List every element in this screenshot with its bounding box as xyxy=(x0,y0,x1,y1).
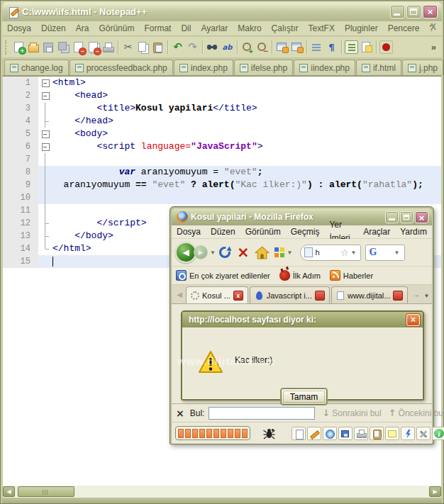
replace-icon[interactable]: ab xyxy=(221,40,234,54)
bookmark-item[interactable]: İlk Adım xyxy=(279,270,321,281)
tab-scroll-left-icon[interactable]: ◀ xyxy=(173,287,186,303)
tools-icon[interactable] xyxy=(416,427,431,440)
menu-item[interactable]: Pencere xyxy=(383,21,425,36)
copy-icon[interactable] xyxy=(136,40,150,54)
tab-list-dropdown-icon[interactable]: ▼ xyxy=(423,293,429,299)
open-file-icon[interactable] xyxy=(27,40,40,54)
alert-dialog-titlebar[interactable]: http://localhost sayfası diyor ki: × xyxy=(182,312,423,327)
note-icon[interactable] xyxy=(385,427,399,440)
reload-icon[interactable] xyxy=(218,245,232,259)
new-page-icon[interactable] xyxy=(292,427,306,440)
fold-marker[interactable] xyxy=(38,191,52,204)
scroll-right-button[interactable]: ▶ xyxy=(429,486,441,497)
scroll-left-button[interactable]: ◀ xyxy=(3,486,15,497)
bookmark-item[interactable]: Haberler xyxy=(330,270,373,281)
doc-map-icon[interactable] xyxy=(360,40,373,54)
grid-dropdown-icon[interactable]: ▼ xyxy=(287,250,293,256)
find-prev-arrow-icon[interactable]: ↑ xyxy=(389,408,396,418)
menu-item[interactable]: Ara xyxy=(71,21,94,36)
editor-tab[interactable]: iindex.php xyxy=(294,60,355,75)
find-input[interactable] xyxy=(209,407,315,420)
find-prev-button[interactable]: Öncekini bul xyxy=(399,408,444,418)
stop-icon[interactable]: × xyxy=(237,245,250,260)
fold-marker[interactable] xyxy=(38,166,52,179)
globe-icon[interactable] xyxy=(323,427,337,440)
notepadpp-titlebar[interactable]: C:\www\ifs.html - Notepad++ × xyxy=(2,2,442,21)
cut-icon[interactable]: ✂ xyxy=(121,40,135,54)
close-document-button[interactable]: X xyxy=(431,22,436,32)
tab-close-button[interactable]: x xyxy=(233,291,243,301)
save-all-icon[interactable] xyxy=(57,40,70,54)
lightning-icon[interactable] xyxy=(401,427,415,440)
tab-scroll-right-icon[interactable]: → xyxy=(409,287,422,303)
menu-item[interactable]: Makro xyxy=(233,21,266,36)
doc-switcher-icon[interactable] xyxy=(345,40,358,54)
fold-marker[interactable] xyxy=(38,77,52,89)
search-engine-dropdown-icon[interactable]: ▼ xyxy=(394,250,400,256)
close-all-icon[interactable] xyxy=(87,40,100,54)
find-icon[interactable] xyxy=(206,40,219,54)
find-next-button[interactable]: Sonrakini bul xyxy=(332,408,381,418)
minimize-button[interactable] xyxy=(390,5,405,18)
find-next-arrow-icon[interactable]: ↓ xyxy=(322,408,330,418)
alert-close-button[interactable]: × xyxy=(406,314,420,326)
scrollbar-thumb[interactable] xyxy=(18,486,74,497)
editor-tab[interactable]: j.php xyxy=(402,60,443,75)
menu-item[interactable]: Geçmiş xyxy=(286,225,325,239)
tab-close-button[interactable] xyxy=(393,291,403,301)
bookmark-item[interactable]: En çok ziyaret edilenler xyxy=(176,270,270,281)
close-button[interactable]: × xyxy=(423,5,438,18)
home-icon[interactable] xyxy=(255,246,270,259)
history-dropdown-icon[interactable]: ▼ xyxy=(210,250,216,256)
fold-marker[interactable] xyxy=(38,89,52,102)
tab-close-button[interactable] xyxy=(315,291,325,301)
search-box[interactable]: G ▼ xyxy=(365,245,405,261)
new-file-icon[interactable] xyxy=(12,40,26,54)
browser-tab[interactable]: www.dijital... xyxy=(331,286,409,303)
editor-tab[interactable]: processfeedback.php xyxy=(70,60,173,75)
save-icon[interactable] xyxy=(338,427,353,440)
menu-item[interactable]: Pluginler xyxy=(340,21,383,36)
minimize-button[interactable] xyxy=(385,211,399,223)
editor-tab[interactable]: change.log xyxy=(4,60,69,75)
editor-tab[interactable]: if.html xyxy=(356,60,401,75)
menu-item[interactable]: Dosya xyxy=(172,225,206,239)
print-icon[interactable] xyxy=(354,427,368,440)
location-bar[interactable]: h ☆ ▼ xyxy=(300,245,361,261)
firefox-titlebar[interactable]: Kosul yapilari - Mozilla Firefox × xyxy=(172,208,432,225)
fold-marker[interactable] xyxy=(38,242,52,255)
menu-item[interactable]: Düzen xyxy=(36,21,71,36)
menu-item[interactable]: Ayarlar xyxy=(196,21,233,36)
clipboard-icon[interactable] xyxy=(370,427,384,440)
browser-tab[interactable]: Kosul ... x xyxy=(186,286,248,303)
fold-marker[interactable] xyxy=(38,102,52,115)
extension-grid-icon[interactable] xyxy=(274,247,285,258)
fold-marker[interactable] xyxy=(38,204,52,217)
fold-marker[interactable] xyxy=(38,140,52,153)
paste-icon[interactable] xyxy=(151,40,165,54)
edit-pencil-icon[interactable] xyxy=(307,427,321,440)
maximize-button[interactable] xyxy=(400,211,414,223)
horizontal-scrollbar[interactable]: ◀ ▶ xyxy=(3,486,441,498)
save-icon[interactable] xyxy=(42,40,55,54)
show-symbols-icon[interactable]: ¶ xyxy=(325,40,338,54)
menu-item[interactable]: Araçlar xyxy=(358,225,395,239)
record-macro-icon[interactable] xyxy=(379,40,393,54)
editor-tab[interactable]: ifelse.php xyxy=(234,60,293,75)
menu-item[interactable]: Yardım xyxy=(395,225,432,239)
menu-item[interactable]: TextFX xyxy=(304,21,340,36)
url-text[interactable]: h xyxy=(315,248,340,257)
undo-icon[interactable]: ↶ xyxy=(171,40,184,54)
zoom-in-icon[interactable] xyxy=(240,40,254,54)
menu-item[interactable]: Görünüm xyxy=(240,225,286,239)
fold-marker[interactable] xyxy=(38,217,52,230)
toolbar-overflow-chevron[interactable]: » xyxy=(431,42,436,52)
fold-marker[interactable] xyxy=(38,115,52,128)
bug-icon[interactable] xyxy=(263,427,275,439)
close-file-icon[interactable] xyxy=(72,40,85,54)
sync-horizontal-icon[interactable] xyxy=(290,40,304,54)
fold-marker[interactable] xyxy=(38,255,52,268)
toolbar-grip[interactable] xyxy=(5,40,9,55)
fold-marker[interactable] xyxy=(38,128,52,140)
word-wrap-icon[interactable] xyxy=(310,40,323,54)
